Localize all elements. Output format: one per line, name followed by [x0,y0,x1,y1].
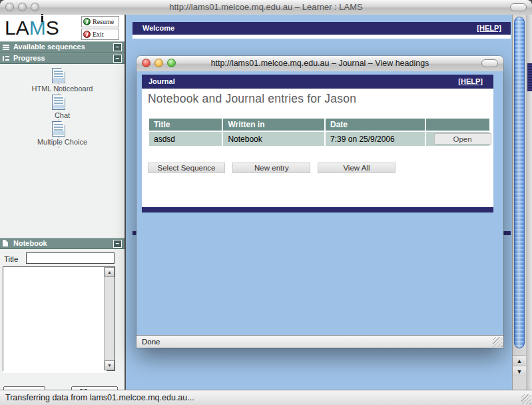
logo-letter: S [46,17,59,39]
resize-grip[interactable] [521,394,531,404]
journal-help-link[interactable]: [HELP] [458,75,483,89]
section-notebook[interactable]: Notebook − [0,238,125,249]
dialog-title: http://lams01.melcoe.mq.edu.au – Journal… [136,56,503,71]
resume-icon [83,18,91,25]
dialog-status-text: Done [142,338,160,346]
welcome-help-link[interactable]: [HELP] [477,22,501,35]
entry-written-in-cell: Notebook [223,132,324,146]
dialog-titlebar[interactable]: http://lams01.melcoe.mq.edu.au – Journal… [136,56,503,72]
welcome-page-top [133,35,511,39]
notebook-widget: Title ▲ ▼ View all Save [0,249,125,390]
welcome-header-bar: Welcome [HELP] [133,22,511,35]
progress-tree-icon [3,56,11,61]
activity-chat-icon[interactable] [52,95,65,110]
view-all-button[interactable]: View All [318,163,396,173]
page-title: Notebook and Journal entries for Jason [148,92,356,106]
section-progress[interactable]: Progress − [0,53,125,64]
main-statusbar: Transferring data from lams01.melcoe.mq.… [0,390,532,405]
progress-activity-list: HTML Noticeboard Chat Multiple Choice [0,64,125,238]
dialog-body: Journal [HELP] Notebook and Journal entr… [136,71,503,335]
entry-title-cell: asdsd [149,132,222,146]
notebook-title-input[interactable] [26,252,115,264]
scroll-up-icon[interactable]: ▲ [513,355,526,366]
resume-label: Resume [93,18,114,25]
window-title: http://lams01.melcoe.mq.edu.au – Learner… [0,0,532,15]
learner-window: http://lams01.melcoe.mq.edu.au – Learner… [0,0,532,405]
logo-letter: L [5,17,16,39]
open-button[interactable]: Open [434,133,491,145]
dialog-resize-grip[interactable] [493,337,503,347]
notebook-page-icon [3,240,8,246]
exit-button[interactable]: Exit [81,29,119,40]
activity-noticeboard-icon[interactable] [52,68,65,83]
journal-header-bar: Journal [HELP] [142,75,493,89]
resume-button[interactable]: Resume [81,16,119,27]
column-header-written-in: Written in [223,119,324,131]
activity-label[interactable]: Chat [0,111,125,119]
column-header-action [426,119,489,131]
logo-letter: A [16,17,29,39]
dialog-collapse-widget[interactable] [481,59,498,67]
column-header-date: Date [326,119,425,131]
section-label: Notebook [13,239,47,247]
entries-table: Title Written in Date asdsd Notebook 7:3… [148,117,491,147]
main-scrollbar[interactable]: ▲ ▼ [512,15,526,390]
collapse-notebook-button[interactable]: − [113,240,122,248]
select-sequence-button[interactable]: Select Sequence [148,163,225,173]
new-entry-button[interactable]: New entry [232,163,310,173]
sidebar: LAMS Resume Exit Available sequences − P… [0,15,126,390]
logo-row: LAMS Resume Exit [0,15,125,41]
journal-dialog: http://lams01.melcoe.mq.edu.au – Journal… [136,56,503,348]
logo-tower-icon [41,16,43,22]
collapse-available-sequences-button[interactable]: − [113,43,122,51]
section-label: Progress [13,54,45,62]
column-header-title: Title [149,119,222,131]
table-row: asdsd Notebook 7:39 on 25/9/2006 Open [149,132,489,146]
section-available-sequences[interactable]: Available sequences − [0,41,125,53]
exit-label: Exit [93,31,104,38]
status-text: Transferring data from lams01.melcoe.mq.… [5,393,194,402]
welcome-title: Welcome [142,24,174,32]
dialog-button-row: Select Sequence New entry View All [148,161,396,173]
sequences-list-icon [3,45,9,50]
entry-date-cell: 7:39 on 25/9/2006 [326,132,425,146]
exit-icon [83,31,91,38]
scroll-down-icon[interactable]: ▼ [105,360,115,370]
page-bottom-border [142,207,493,212]
collapse-widget[interactable] [510,3,527,11]
notebook-title-label: Title [4,255,18,263]
journal-page-panel: Journal [HELP] Notebook and Journal entr… [142,75,493,212]
table-header-row: Title Written in Date [149,119,489,131]
activity-label[interactable]: HTML Noticeboard [0,85,125,93]
notebook-entry-textarea[interactable] [3,267,107,373]
scroll-up-icon[interactable]: ▲ [105,267,115,277]
notebook-entry-box: ▲ ▼ [3,266,115,371]
activity-multiple-choice-icon[interactable] [52,121,65,137]
scroll-down-icon[interactable]: ▼ [513,366,526,376]
main-titlebar[interactable]: http://lams01.melcoe.mq.edu.au – Learner… [0,0,532,15]
section-label: Available sequences [13,43,85,51]
dialog-statusbar: Done [136,335,503,348]
activity-label[interactable]: Multiple Choice [0,138,125,146]
lams-logo: LAMS [5,17,59,39]
background-window-sliver [527,63,532,91]
journal-title: Journal [148,77,175,85]
scrollbar-thumb[interactable] [514,17,525,348]
collapse-progress-button[interactable]: − [113,55,122,63]
notebook-scrollbar[interactable]: ▲ ▼ [104,267,115,370]
entry-action-cell: Open [426,132,489,146]
